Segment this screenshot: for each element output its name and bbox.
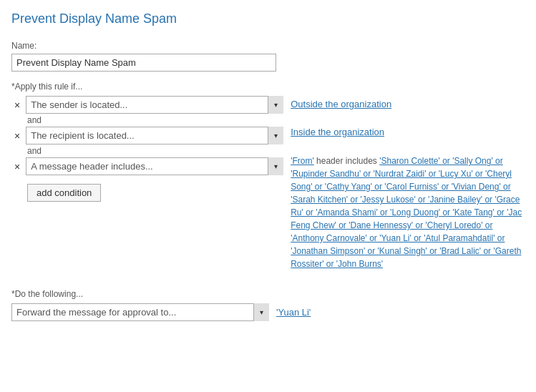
page-title: Prevent Display Name Spam [11, 11, 525, 26]
conditions-area: × The sender is located... ▾ and × The r… [11, 96, 525, 278]
do-section: *Do the following... Forward the message… [11, 289, 525, 321]
do-label: *Do the following... [11, 289, 525, 299]
desc-block-3: 'From' header includes 'Sharon Colette' … [291, 155, 525, 270]
do-description-link[interactable]: 'Yuan Li' [276, 307, 311, 318]
condition-select-wrapper-3: A message header includes... ▾ [26, 157, 283, 175]
do-select-wrapper: Forward the message for approval to... ▾ [11, 303, 269, 321]
add-condition-button[interactable]: add condition [27, 184, 101, 202]
do-description: 'Yuan Li' [276, 303, 311, 318]
desc-link-from[interactable]: 'From' [291, 156, 314, 166]
desc-block-1: Outside the organization [291, 99, 525, 109]
condition-row-3: × A message header includes... ▾ [11, 157, 283, 175]
remove-condition-1[interactable]: × [11, 99, 23, 112]
condition-row-1: × The sender is located... ▾ [11, 96, 283, 114]
condition-select-1[interactable]: The sender is located... [26, 96, 283, 114]
condition-select-wrapper-1: The sender is located... ▾ [26, 96, 283, 114]
desc-link-names[interactable]: 'Sharon Colette' or 'Sally Ong' or 'Rupi… [291, 156, 522, 269]
condition-select-2[interactable]: The recipient is located... [26, 127, 283, 144]
desc-text-3: 'From' header includes 'Sharon Colette' … [291, 155, 525, 270]
name-section: Name: [11, 41, 525, 72]
desc-block-2: Inside the organization [291, 127, 525, 137]
do-select[interactable]: Forward the message for approval to... [11, 303, 269, 321]
desc-text-from-label: 'From' header includes 'Sharon Colette' … [291, 156, 522, 269]
name-label: Name: [11, 41, 525, 51]
desc-link-2[interactable]: Inside the organization [291, 127, 384, 137]
remove-condition-3[interactable]: × [11, 160, 23, 173]
desc-link-1[interactable]: Outside the organization [291, 99, 391, 109]
and-label-1: and [27, 115, 283, 125]
conditions-left: × The sender is located... ▾ and × The r… [11, 96, 283, 202]
condition-select-wrapper-2: The recipient is located... ▾ [26, 127, 283, 144]
remove-condition-2[interactable]: × [11, 129, 23, 142]
conditions-right: Outside the organization Inside the orga… [283, 96, 525, 278]
do-row: Forward the message for approval to... ▾… [11, 303, 525, 321]
and-label-2: and [27, 146, 283, 156]
name-input[interactable] [11, 54, 276, 72]
apply-rule-label: *Apply this rule if... [11, 82, 525, 92]
condition-select-3[interactable]: A message header includes... [26, 157, 283, 175]
condition-row-2: × The recipient is located... ▾ [11, 127, 283, 144]
